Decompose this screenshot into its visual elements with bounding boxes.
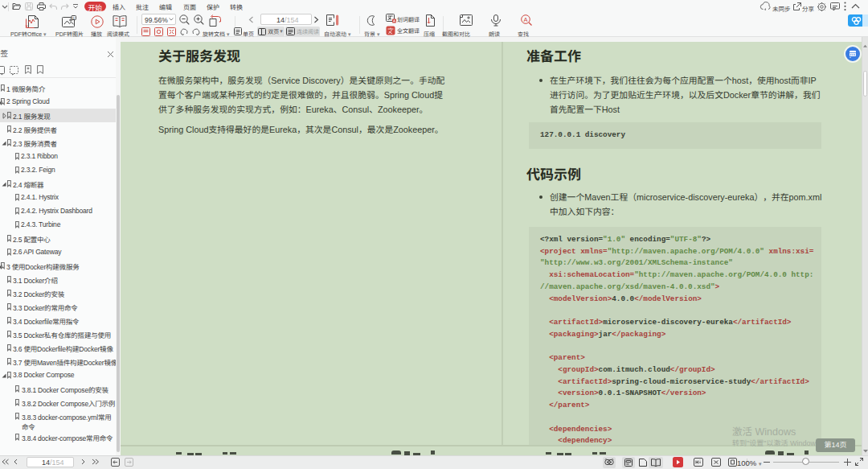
svg-text:A: A: [524, 16, 528, 23]
